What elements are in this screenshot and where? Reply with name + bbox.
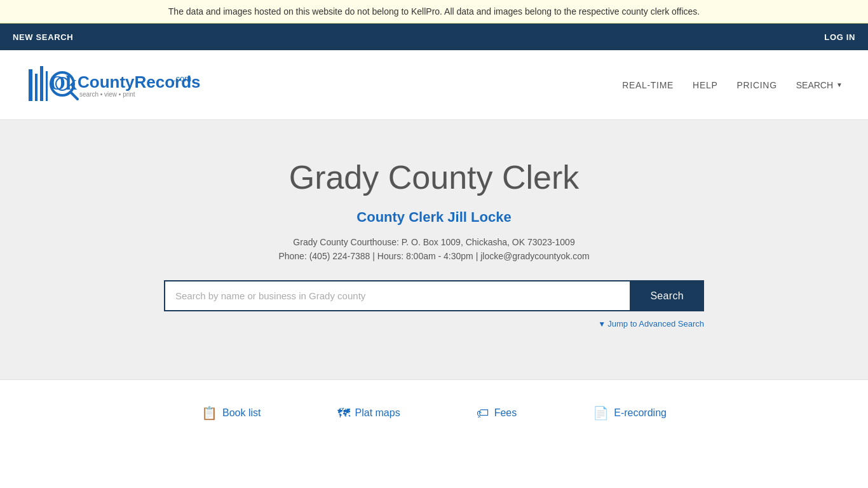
footer-erecording-label: E-recording	[614, 407, 667, 419]
fees-icon: 🏷	[477, 406, 489, 421]
notice-text: The data and images hosted on this websi…	[168, 6, 700, 17]
svg-rect-0	[29, 69, 32, 101]
plat-maps-icon: 🗺	[337, 406, 350, 421]
nav-realtime[interactable]: REAL-TIME	[622, 80, 674, 90]
svg-rect-2	[40, 66, 43, 101]
nav-search-dropdown[interactable]: SEARCH ▼	[796, 80, 843, 90]
footer-plat-maps[interactable]: 🗺 Plat maps	[337, 406, 400, 421]
main-nav: REAL-TIME HELP PRICING SEARCH ▼	[622, 80, 843, 90]
new-search-link[interactable]: NEW SEARCH	[13, 32, 73, 42]
clerk-name: County Clerk Jill Locke	[13, 209, 855, 226]
svg-text:Ok: Ok	[50, 71, 77, 94]
footer-erecording[interactable]: 📄 E-recording	[593, 405, 667, 421]
footer-fees[interactable]: 🏷 Fees	[477, 406, 517, 421]
arrow-down-icon: ▼	[598, 320, 606, 329]
book-list-icon: 📋	[201, 405, 217, 421]
advanced-search-link-wrap: ▼Jump to Advanced Search	[164, 319, 704, 329]
logo-area[interactable]: CountyRecords .com search • view • print…	[25, 60, 203, 111]
footer-book-list-label: Book list	[222, 407, 261, 419]
footer-links: 📋 Book list 🗺 Plat maps 🏷 Fees 📄 E-recor…	[0, 379, 868, 446]
top-nav: NEW SEARCH LOG IN	[0, 24, 868, 50]
svg-rect-3	[46, 71, 48, 101]
nav-pricing[interactable]: PRICING	[736, 80, 776, 90]
site-header: CountyRecords .com search • view • print…	[0, 50, 868, 120]
log-in-link[interactable]: LOG IN	[824, 32, 855, 42]
hero-section: Grady County Clerk County Clerk Jill Loc…	[0, 120, 868, 379]
footer-book-list[interactable]: 📋 Book list	[201, 405, 261, 421]
address-line: Grady County Courthouse: P. O. Box 1009,…	[13, 237, 855, 247]
search-row: Search	[164, 280, 704, 311]
nav-search-label: SEARCH	[796, 80, 833, 90]
nav-help[interactable]: HELP	[693, 80, 717, 90]
footer-plat-maps-label: Plat maps	[355, 407, 400, 419]
erecording-icon: 📄	[593, 405, 609, 421]
footer-fees-label: Fees	[494, 407, 517, 419]
svg-rect-1	[35, 74, 37, 101]
page-title: Grady County Clerk	[13, 158, 855, 196]
svg-text:search • view • print: search • view • print	[79, 91, 135, 98]
search-input[interactable]	[164, 280, 630, 311]
svg-text:.com: .com	[173, 74, 191, 83]
phone-hours-line: Phone: (405) 224-7388 | Hours: 8:00am - …	[13, 251, 855, 261]
advanced-search-link[interactable]: ▼Jump to Advanced Search	[598, 319, 704, 329]
search-button[interactable]: Search	[630, 280, 704, 311]
site-logo: CountyRecords .com search • view • print…	[25, 60, 203, 111]
chevron-down-icon: ▼	[836, 81, 843, 88]
notice-bar: The data and images hosted on this websi…	[0, 0, 868, 24]
